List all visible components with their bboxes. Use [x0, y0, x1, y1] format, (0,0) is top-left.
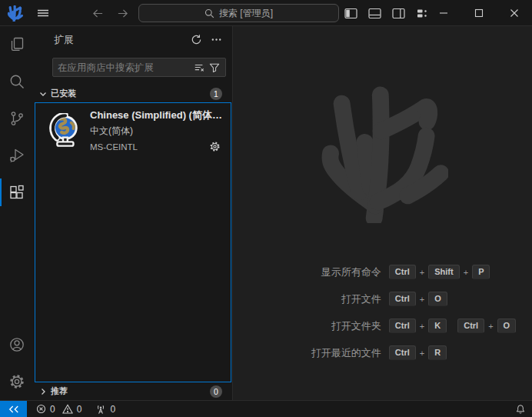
extension-publisher: MS-CEINTL	[90, 142, 208, 152]
extension-details: Chinese (Simplified) (简体… 中文(简体) MS-CEIN…	[90, 108, 224, 154]
error-icon	[36, 404, 46, 414]
statusbar-spacer	[120, 401, 515, 417]
account-icon	[8, 336, 25, 353]
close-icon[interactable]	[497, 0, 532, 26]
gear-icon	[8, 373, 25, 390]
keycap: K	[428, 319, 447, 333]
activity-bar	[0, 26, 34, 400]
keycap: Ctrl	[389, 292, 416, 306]
key-joiner: +	[420, 268, 424, 277]
shortcut-row: 打开最近的文件Ctrl+R	[249, 339, 516, 366]
globe-extension-icon	[46, 113, 81, 148]
app-logo-coral	[7, 0, 23, 26]
keycap: Ctrl	[457, 319, 484, 333]
shortcut-keys: Ctrl+O	[389, 292, 447, 306]
clear-search-icon[interactable]	[191, 60, 207, 75]
extensions-panel: 扩展 已安装 1	[34, 26, 233, 400]
panel-header: 扩展	[34, 26, 232, 53]
more-actions-icon[interactable]	[208, 32, 224, 48]
section-recommended-label: 推荐	[51, 385, 208, 397]
source-control-icon	[8, 110, 25, 127]
shortcut-keys: Ctrl+Shift+P	[389, 265, 490, 279]
shortcut-keys: Ctrl+R	[389, 345, 447, 360]
menu-icon[interactable]	[34, 0, 52, 26]
debug-icon	[8, 147, 25, 164]
keycap: Ctrl	[389, 319, 416, 333]
layout-sidebar-right-icon[interactable]	[391, 5, 406, 21]
bell-icon	[515, 404, 526, 415]
section-recommended[interactable]: 推荐 0	[34, 382, 232, 400]
shortcut-row: 打开文件夹Ctrl+KCtrl+O	[249, 312, 516, 339]
watermark-coral-logo	[318, 86, 448, 223]
extensions-search-input[interactable]	[58, 62, 191, 73]
ports-icon	[95, 404, 106, 415]
warning-count: 0	[77, 404, 82, 415]
ports-count: 0	[110, 404, 115, 415]
extension-row-chinese-simplified[interactable]: Chinese (Simplified) (简体… 中文(简体) MS-CEIN…	[35, 103, 231, 158]
installed-extensions-list: Chinese (Simplified) (简体… 中文(简体) MS-CEIN…	[35, 102, 231, 382]
sidebar-item-search[interactable]	[0, 63, 34, 100]
filter-icon[interactable]	[207, 60, 222, 75]
keycap: Shift	[428, 265, 459, 279]
warning-icon	[62, 404, 73, 414]
sidebar-item-explorer[interactable]	[0, 26, 34, 63]
sidebar-item-source-control[interactable]	[0, 100, 34, 137]
shortcut-row: 打开文件Ctrl+O	[249, 285, 516, 312]
refresh-icon[interactable]	[188, 32, 204, 48]
activity-bar-spacer	[0, 211, 34, 326]
layout-sidebar-icon[interactable]	[343, 5, 358, 21]
panel-title: 扩展	[54, 33, 185, 47]
installed-count-badge: 1	[210, 88, 222, 100]
statusbar: 0 0 0	[0, 400, 532, 417]
sidebar-item-accounts[interactable]	[0, 326, 34, 363]
remote-indicator[interactable]	[0, 401, 27, 417]
main-area: 扩展 已安装 1	[0, 26, 532, 400]
key-joiner: +	[464, 268, 468, 277]
arrow-left-icon[interactable]	[89, 5, 106, 22]
shortcut-label: 显示所有命令	[249, 265, 381, 279]
problems-indicator[interactable]: 0 0	[32, 401, 86, 417]
keycap: R	[428, 345, 447, 360]
command-center-search[interactable]: 搜索 [管理员]	[138, 4, 339, 22]
error-count: 0	[50, 404, 55, 415]
maximize-icon[interactable]	[461, 0, 497, 26]
window-controls	[426, 0, 532, 26]
keycap: Ctrl	[389, 265, 416, 279]
recommended-count-badge: 0	[210, 385, 222, 398]
key-joiner: +	[488, 322, 493, 331]
shortcut-label: 打开文件夹	[249, 319, 381, 333]
sidebar-item-settings[interactable]	[0, 363, 34, 400]
search-icon	[204, 8, 214, 18]
section-installed[interactable]: 已安装 1	[34, 85, 232, 102]
chevron-down-icon	[37, 88, 49, 100]
keycap: O	[428, 292, 447, 306]
extensions-search-box	[52, 58, 226, 77]
layout-controls	[343, 0, 430, 26]
extension-name: Chinese (Simplified) (简体…	[90, 108, 224, 122]
extension-manage-gear-icon[interactable]	[208, 140, 221, 154]
extensions-icon	[8, 184, 25, 201]
arrow-right-icon[interactable]	[114, 5, 131, 22]
shortcut-label: 打开文件	[249, 292, 381, 306]
ports-indicator[interactable]: 0	[91, 401, 120, 417]
shortcut-keys: Ctrl+KCtrl+O	[389, 319, 516, 333]
shortcut-label: 打开最近的文件	[249, 346, 381, 360]
history-navigation	[89, 0, 131, 26]
titlebar: 搜索 [管理员]	[0, 0, 532, 26]
key-joiner: +	[420, 295, 424, 304]
shortcut-row: 显示所有命令Ctrl+Shift+P	[249, 259, 516, 285]
keycap: Ctrl	[389, 345, 416, 360]
sidebar-item-extensions[interactable]	[0, 174, 34, 211]
chevron-right-icon	[37, 385, 49, 398]
keycap: O	[497, 319, 517, 333]
shortcut-list: 显示所有命令Ctrl+Shift+P打开文件Ctrl+O打开文件夹Ctrl+KC…	[249, 259, 516, 366]
notifications-indicator[interactable]	[515, 401, 532, 417]
sidebar-item-run-debug[interactable]	[0, 137, 34, 174]
remote-icon	[8, 404, 19, 415]
section-installed-label: 已安装	[51, 88, 208, 99]
key-joiner: +	[420, 322, 424, 331]
keycap: P	[472, 265, 490, 279]
minimize-icon[interactable]	[426, 0, 461, 26]
layout-panel-icon[interactable]	[367, 5, 382, 21]
search-icon	[8, 73, 25, 90]
